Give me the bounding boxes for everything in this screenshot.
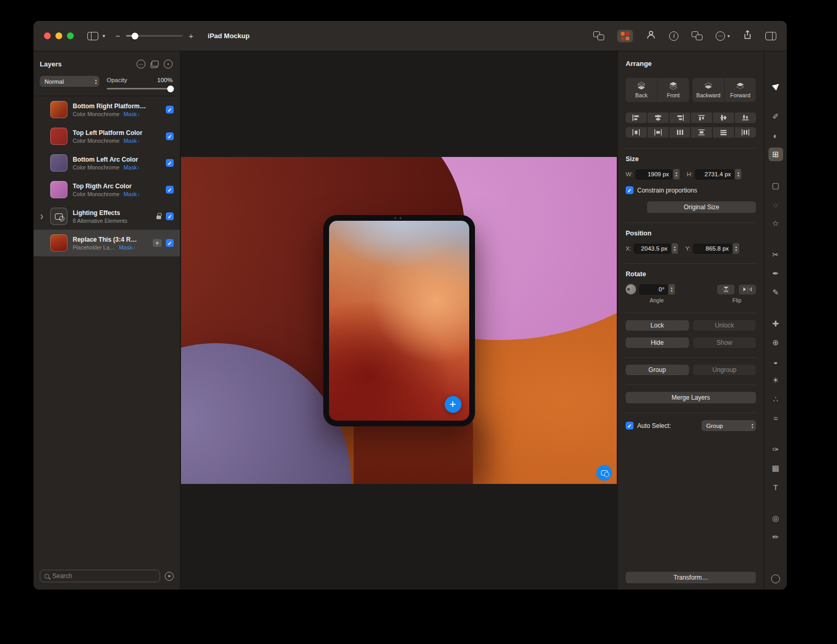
hide-button[interactable]: Hide: [626, 337, 689, 348]
rect-select-tool-icon[interactable]: ▢: [768, 179, 783, 193]
move-forward-button[interactable]: Forward: [725, 78, 756, 102]
align-right-button[interactable]: [670, 112, 691, 123]
minimize-button[interactable]: [55, 32, 62, 39]
chevron-down-icon[interactable]: ▾: [103, 33, 105, 39]
layer-options-icon[interactable]: ⋯: [137, 60, 145, 69]
layer-row[interactable]: ❯ Lighting Effects 8 Alternative Element…: [33, 203, 180, 230]
pen-tool-icon[interactable]: ✑: [768, 443, 783, 456]
slice-tool-icon[interactable]: ✂: [768, 248, 783, 262]
width-stepper[interactable]: ▴▾: [673, 169, 680, 179]
close-button[interactable]: [44, 32, 51, 39]
angle-stepper[interactable]: ▴▾: [669, 284, 675, 295]
layer-row[interactable]: Bottom Right Platform… Color MonochromeM…: [33, 96, 180, 123]
mask-link[interactable]: Mask›: [123, 191, 139, 197]
angle-dial[interactable]: [626, 284, 636, 295]
info-icon[interactable]: i: [669, 31, 678, 41]
share-icon[interactable]: [743, 30, 752, 42]
fullscreen-button[interactable]: [67, 32, 74, 39]
mask-link[interactable]: Mask›: [123, 138, 139, 144]
color-picker-tool-icon[interactable]: ✒: [768, 267, 783, 280]
layers-stack-icon[interactable]: [151, 61, 159, 67]
shape-tool-icon[interactable]: ▦: [768, 461, 783, 475]
layer-row-selected[interactable]: Replace This (3:4 R… Placeholder La…Mask…: [33, 230, 180, 256]
search-input[interactable]: [52, 572, 155, 580]
height-stepper[interactable]: ▴▾: [735, 169, 741, 179]
y-stepper[interactable]: ▴▾: [733, 243, 739, 254]
paint-tool-icon[interactable]: ✎: [768, 286, 783, 299]
smudge-tool-icon[interactable]: ≈: [768, 411, 783, 425]
layer-visibility-checkbox[interactable]: ✓: [166, 132, 174, 140]
transform-button[interactable]: Transform…: [626, 572, 756, 583]
compare-icon[interactable]: [593, 31, 604, 40]
distribute-left-button[interactable]: [626, 127, 647, 138]
distribute-center-button[interactable]: [648, 127, 669, 138]
angle-input[interactable]: [639, 285, 668, 295]
align-top-button[interactable]: [691, 112, 712, 123]
ipad-mockup[interactable]: +: [323, 215, 475, 426]
layer-visibility-checkbox[interactable]: ✓: [166, 239, 174, 247]
layer-visibility-checkbox[interactable]: ✓: [166, 212, 174, 220]
flip-vertical-button[interactable]: [717, 285, 734, 295]
filter-icon[interactable]: ≡: [165, 572, 174, 581]
auto-select-checkbox[interactable]: ✓: [626, 422, 634, 430]
zoom-out-button[interactable]: −: [115, 31, 121, 40]
lock-button[interactable]: Lock: [626, 320, 689, 331]
opacity-slider-knob[interactable]: [167, 85, 174, 92]
search-field[interactable]: [40, 570, 160, 582]
noise-tool-icon[interactable]: ∴: [768, 392, 783, 406]
add-alternative-button[interactable]: +: [153, 239, 162, 247]
distribute-right-button[interactable]: [670, 127, 691, 138]
align-center-horizontal-button[interactable]: [648, 112, 669, 123]
zoom-slider[interactable]: [126, 35, 183, 37]
y-input[interactable]: [693, 244, 732, 254]
send-to-back-button[interactable]: Back: [626, 78, 657, 102]
text-tool-icon[interactable]: T: [768, 480, 783, 494]
x-stepper[interactable]: ▴▾: [672, 243, 678, 254]
opacity-slider[interactable]: [107, 88, 173, 89]
add-image-button[interactable]: +: [445, 396, 461, 413]
layer-visibility-checkbox[interactable]: ✓: [166, 106, 174, 114]
flip-horizontal-button[interactable]: [739, 285, 756, 295]
zoom-in-button[interactable]: +: [188, 31, 194, 40]
distribute-middle-button[interactable]: [713, 127, 734, 138]
clone-tool-icon[interactable]: ⊕: [768, 336, 783, 349]
merge-layers-button[interactable]: Merge Layers: [626, 392, 756, 403]
light-tool-icon[interactable]: ☀: [768, 374, 783, 387]
ungroup-button[interactable]: Ungroup: [693, 365, 756, 375]
layer-row[interactable]: Top Rigth Arc Color Color MonochromeMask…: [33, 176, 180, 203]
mask-link[interactable]: Mask›: [119, 244, 135, 251]
disclosure-chevron-icon[interactable]: ❯: [40, 214, 44, 219]
move-tool-icon[interactable]: ▶: [765, 75, 785, 95]
height-input[interactable]: [695, 170, 734, 179]
canvas[interactable]: +: [180, 51, 617, 590]
more-menu-button[interactable]: ⋯ ▾: [716, 31, 730, 41]
move-backward-button[interactable]: Backward: [693, 78, 724, 102]
effects-tool-icon[interactable]: ◐: [768, 129, 783, 142]
mockup-artwork[interactable]: +: [181, 157, 617, 484]
unlock-button[interactable]: Unlock: [693, 320, 756, 331]
blend-mode-dropdown[interactable]: Normal ▴▾: [40, 76, 99, 87]
arrange-tool-icon[interactable]: ⊞: [768, 148, 783, 161]
align-left-button[interactable]: [626, 112, 647, 123]
layer-row[interactable]: Bottom Left Arc Color Color MonochromeMa…: [33, 150, 180, 176]
layer-visibility-checkbox[interactable]: ✓: [166, 186, 174, 194]
x-input[interactable]: [634, 244, 671, 254]
duplicate-icon[interactable]: [692, 31, 703, 40]
width-input[interactable]: [636, 170, 672, 179]
blur-tool-icon[interactable]: ◒: [768, 355, 783, 368]
replace-image-badge[interactable]: [596, 465, 612, 481]
smart-select-tool-icon[interactable]: ☆: [768, 217, 783, 230]
style-tool-icon[interactable]: ✐: [768, 110, 783, 123]
layer-visibility-checkbox[interactable]: ✓: [166, 159, 174, 167]
annotate-tool-icon[interactable]: ✏: [768, 530, 783, 544]
right-sidebar-toggle-icon[interactable]: [765, 32, 776, 40]
group-button[interactable]: Group: [626, 365, 689, 375]
contacts-icon[interactable]: [646, 30, 656, 42]
auto-select-dropdown[interactable]: Group ▴▾: [702, 420, 756, 431]
align-bottom-button[interactable]: [735, 112, 756, 123]
show-button[interactable]: Show: [693, 337, 756, 348]
align-middle-button[interactable]: [713, 112, 734, 123]
left-sidebar-toggle-icon[interactable]: [87, 32, 98, 40]
zoom-tool-icon[interactable]: ◎: [768, 512, 783, 525]
layer-row[interactable]: Top Left Platform Color Color Monochrome…: [33, 123, 180, 150]
